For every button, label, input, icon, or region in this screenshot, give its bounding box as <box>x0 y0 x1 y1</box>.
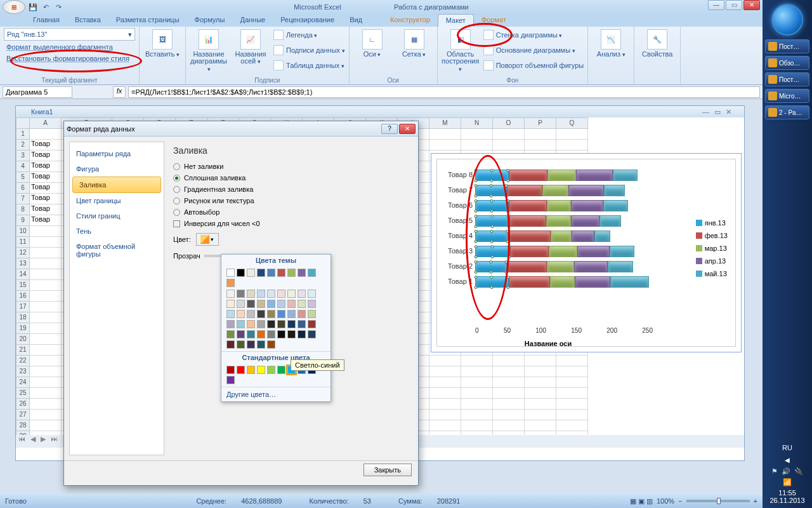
row-header[interactable]: 16 <box>16 291 30 302</box>
color-swatch[interactable] <box>226 310 235 318</box>
gridlines-btn[interactable]: ▦Сетка <box>395 28 433 76</box>
color-swatch[interactable] <box>226 300 235 308</box>
qat-redo[interactable]: ↷ <box>53 2 63 12</box>
bar-segment[interactable] <box>508 231 551 242</box>
bar-segment[interactable] <box>507 261 547 272</box>
data-labels-btn[interactable]: Подписи данных <box>273 43 345 57</box>
color-swatch[interactable] <box>247 320 255 328</box>
tab-design[interactable]: Конструктор <box>383 14 438 27</box>
chart-legend[interactable]: янв.13фев.13мар.13апр.13май.13 <box>696 217 728 280</box>
col-header[interactable]: O <box>493 117 525 129</box>
row-header[interactable]: 10 <box>16 226 30 237</box>
taskbar-item[interactable]: Пост… <box>765 39 809 53</box>
bar-segment[interactable] <box>509 200 547 211</box>
color-swatch[interactable] <box>226 340 235 349</box>
bar-segment[interactable] <box>475 200 509 211</box>
bar-row[interactable] <box>475 200 628 211</box>
bar-row[interactable] <box>475 170 638 181</box>
color-swatch[interactable] <box>257 290 265 298</box>
bar-segment[interactable] <box>550 276 575 288</box>
color-swatch[interactable] <box>298 320 306 328</box>
col-header[interactable]: Q <box>556 117 588 129</box>
wb-close[interactable]: ✕ <box>726 108 731 116</box>
color-swatch[interactable] <box>277 290 285 298</box>
rotation-btn[interactable]: Поворот объемной фигуры <box>483 58 584 72</box>
row-header[interactable]: 22 <box>16 356 30 366</box>
row-header[interactable]: 19 <box>16 323 30 334</box>
bar-segment[interactable] <box>510 246 549 257</box>
color-swatch[interactable] <box>257 330 265 338</box>
color-swatch[interactable] <box>247 300 255 308</box>
color-swatch[interactable] <box>226 269 235 277</box>
bar-segment[interactable] <box>475 246 510 257</box>
tab-view[interactable]: Вид <box>342 14 370 27</box>
color-swatch[interactable] <box>247 330 255 338</box>
row-header[interactable]: 11 <box>16 237 30 248</box>
bar-segment[interactable] <box>571 215 599 227</box>
window-maximize[interactable]: ▭ <box>726 0 742 10</box>
bar-segment[interactable] <box>475 261 507 272</box>
format-selection[interactable]: Формат выделенного фрагмента <box>4 42 135 52</box>
col-header[interactable]: N <box>461 117 493 129</box>
tab-review[interactable]: Рецензирование <box>273 14 342 27</box>
color-swatch[interactable] <box>267 340 275 349</box>
window-minimize[interactable]: — <box>708 0 724 10</box>
taskbar-item[interactable]: Micro… <box>765 89 809 103</box>
legend-item[interactable]: май.13 <box>696 267 728 280</box>
row-header[interactable]: 26 <box>16 399 30 410</box>
tab-data[interactable]: Данные <box>232 14 273 27</box>
bar-segment[interactable] <box>608 261 632 272</box>
bar-segment[interactable] <box>542 185 568 196</box>
color-swatch[interactable] <box>287 290 296 298</box>
bar-segment[interactable] <box>547 261 574 272</box>
qat-undo[interactable]: ↶ <box>41 2 51 12</box>
color-swatch[interactable] <box>247 269 255 277</box>
color-swatch[interactable] <box>257 320 265 328</box>
bar-segment[interactable] <box>546 215 571 227</box>
color-swatch[interactable] <box>226 330 235 338</box>
fill-option[interactable]: Нет заливки <box>173 161 404 172</box>
clock-date[interactable]: 26.11.2013 <box>763 497 812 504</box>
bar-segment[interactable] <box>610 246 634 257</box>
color-swatch[interactable] <box>257 340 265 349</box>
color-swatch[interactable] <box>237 300 245 308</box>
color-swatch[interactable] <box>226 290 235 298</box>
color-swatch[interactable] <box>257 269 265 277</box>
bar-segment[interactable] <box>547 200 571 211</box>
col-header[interactable]: P <box>525 117 556 129</box>
chart-wall-btn[interactable]: Стенка диаграммы <box>483 28 584 42</box>
zoom-in[interactable]: + <box>754 497 757 505</box>
bar-row[interactable] <box>475 246 634 257</box>
more-colors[interactable]: Другие цвета… <box>221 387 331 401</box>
color-swatch[interactable] <box>298 269 306 277</box>
bar-segment[interactable] <box>568 185 604 196</box>
properties-btn[interactable]: 🔧Свойства <box>638 28 676 76</box>
col-header[interactable]: A <box>30 117 62 129</box>
legend-btn[interactable]: Легенда <box>273 28 345 42</box>
color-swatch[interactable] <box>237 269 245 277</box>
row-header[interactable]: 20 <box>16 334 30 345</box>
qat-save[interactable]: 💾 <box>28 2 38 12</box>
row-header[interactable]: 17 <box>16 302 30 312</box>
bar-segment[interactable] <box>509 170 548 181</box>
row-header[interactable]: 14 <box>16 269 30 280</box>
bar-segment[interactable] <box>571 200 603 211</box>
color-swatch[interactable] <box>287 330 296 338</box>
row-header[interactable]: 4 <box>16 161 30 172</box>
legend-item[interactable]: апр.13 <box>696 255 728 267</box>
color-swatch[interactable] <box>267 310 275 318</box>
zoom-slider[interactable] <box>686 500 750 502</box>
office-button[interactable]: ⊞ <box>3 0 25 14</box>
data-table-btn[interactable]: Таблица данных <box>273 58 345 72</box>
bar-segment[interactable] <box>574 261 608 272</box>
name-box[interactable]: Диаграмма 5 <box>3 86 72 98</box>
color-swatch[interactable] <box>287 300 296 308</box>
color-swatch[interactable] <box>298 330 306 338</box>
row-header[interactable]: 7 <box>16 194 30 204</box>
bar-segment[interactable] <box>475 215 509 227</box>
chart-plot-area[interactable]: Товар 8Товар 7Товар 6Товар 5Товар 4Товар… <box>475 166 653 324</box>
bar-segment[interactable] <box>610 276 650 288</box>
reset-style[interactable]: Восстановить форматирование стиля <box>4 53 135 64</box>
color-swatch[interactable] <box>237 290 245 298</box>
plot-area-btn[interactable]: ◧Область построения <box>442 28 480 76</box>
